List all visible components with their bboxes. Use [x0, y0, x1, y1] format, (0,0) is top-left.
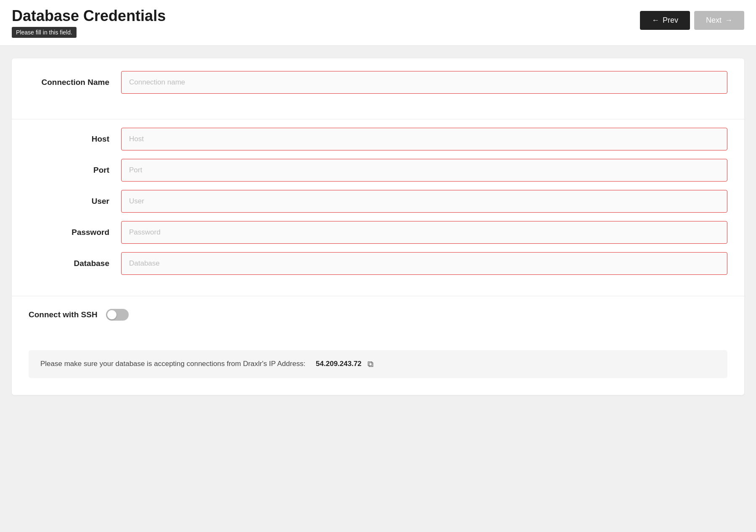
- host-row: Host: [29, 128, 727, 150]
- arrow-left-icon: ←: [652, 16, 659, 25]
- port-row: Port: [29, 159, 727, 182]
- toggle-slider: [106, 309, 129, 321]
- database-row: Database: [29, 252, 727, 275]
- ssh-section: Connect with SSH: [12, 296, 744, 337]
- connection-name-row: Connection Name: [29, 71, 727, 94]
- password-row: Password: [29, 221, 727, 244]
- host-input[interactable]: [121, 128, 727, 150]
- section-divider-1: [12, 119, 744, 119]
- arrow-right-icon: →: [725, 16, 732, 25]
- port-input[interactable]: [121, 159, 727, 182]
- password-input[interactable]: [121, 221, 727, 244]
- header-left: Database Credentials Please fill in this…: [12, 8, 166, 38]
- header-buttons: ← Prev Next →: [640, 11, 744, 30]
- prev-button[interactable]: ← Prev: [640, 11, 690, 30]
- prev-label: Prev: [663, 16, 678, 25]
- ssh-label: Connect with SSH: [29, 310, 98, 319]
- connection-name-section: Connection Name: [12, 58, 744, 115]
- ssh-row: Connect with SSH: [29, 300, 727, 329]
- credentials-section: Host Port User Password Database: [12, 124, 744, 292]
- connection-name-label: Connection Name: [29, 78, 121, 87]
- connection-name-input[interactable]: [121, 71, 727, 94]
- host-label: Host: [29, 134, 121, 144]
- next-label: Next: [706, 16, 722, 25]
- next-button[interactable]: Next →: [694, 11, 744, 30]
- copy-icon[interactable]: ⧉: [367, 359, 373, 369]
- user-input[interactable]: [121, 190, 727, 213]
- user-label: User: [29, 197, 121, 206]
- page-header: Database Credentials Please fill in this…: [0, 0, 756, 46]
- database-label: Database: [29, 259, 121, 268]
- main-content: Connection Name Host Port User Password …: [12, 58, 744, 395]
- database-input[interactable]: [121, 252, 727, 275]
- user-row: User: [29, 190, 727, 213]
- info-text-prefix: Please make sure your database is accept…: [40, 360, 305, 368]
- ip-address: 54.209.243.72: [316, 360, 362, 368]
- info-box: Please make sure your database is accept…: [29, 350, 727, 378]
- ssh-toggle[interactable]: [106, 309, 129, 321]
- password-label: Password: [29, 228, 121, 237]
- port-label: Port: [29, 166, 121, 175]
- page-title: Database Credentials: [12, 8, 166, 24]
- validation-tooltip: Please fill in this field.: [12, 27, 77, 38]
